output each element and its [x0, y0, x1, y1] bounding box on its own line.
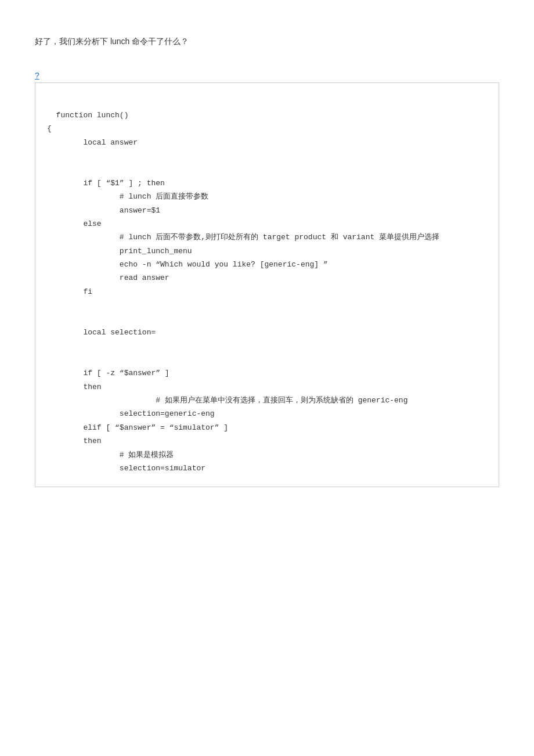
- code-block: function lunch() { local answer if [ “$1…: [35, 82, 499, 487]
- code-link[interactable]: ?: [35, 71, 499, 80]
- code-content: function lunch() { local answer if [ “$1…: [47, 111, 439, 473]
- intro-paragraph: 好了，我们来分析下 lunch 命令干了什么？: [35, 35, 499, 48]
